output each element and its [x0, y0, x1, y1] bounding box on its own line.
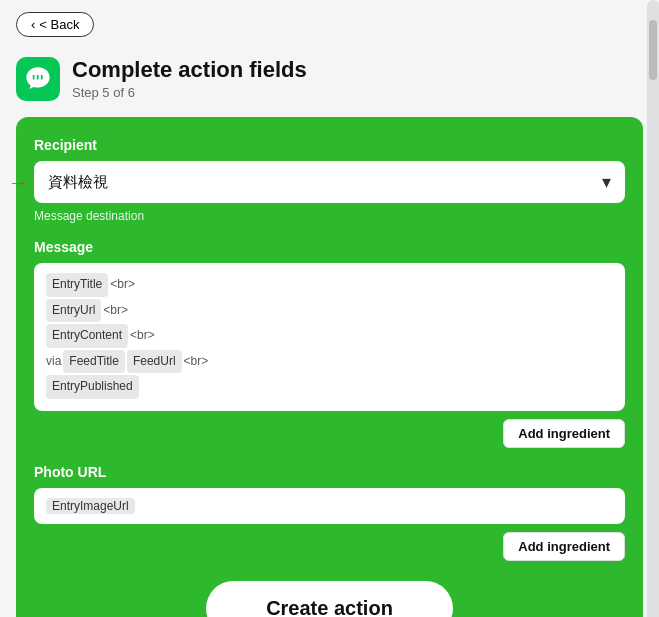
message-row-4: via FeedTitle FeedUrl <br>: [46, 350, 613, 374]
recipient-value: 資料檢視: [48, 173, 108, 192]
message-row-1: EntryTitle <br>: [46, 273, 613, 297]
main-card: Recipient → 資料檢視 ▾ Message destination M…: [16, 117, 643, 617]
back-chevron-icon: ‹: [31, 17, 35, 32]
back-button[interactable]: ‹ < Back: [16, 12, 94, 37]
tag-feed-title: FeedTitle: [63, 350, 125, 374]
line-logo: [16, 57, 60, 101]
recipient-label: Recipient: [34, 137, 625, 153]
line-logo-icon: [24, 65, 52, 93]
tag-entry-content: EntryContent: [46, 324, 128, 348]
header-text: Complete action fields Step 5 of 6: [72, 57, 307, 100]
message-row-5: EntryPublished: [46, 375, 613, 399]
recipient-dropdown[interactable]: 資料檢視 ▾: [34, 161, 625, 203]
message-row-2: EntryUrl <br>: [46, 299, 613, 323]
create-action-button[interactable]: Create action: [206, 581, 453, 617]
tag-entry-url: EntryUrl: [46, 299, 101, 323]
back-label: < Back: [39, 17, 79, 32]
message-label: Message: [34, 239, 625, 255]
add-ingredient-button-2[interactable]: Add ingredient: [503, 532, 625, 561]
recipient-hint: Message destination: [34, 209, 625, 223]
photo-url-box: EntryImageUrl: [34, 488, 625, 524]
arrow-indicator: →: [8, 171, 28, 194]
tag-entry-image-url: EntryImageUrl: [46, 498, 135, 514]
step-label: Step 5 of 6: [72, 85, 307, 100]
tag-entry-title: EntryTitle: [46, 273, 108, 297]
page-title: Complete action fields: [72, 57, 307, 83]
tag-feed-url: FeedUrl: [127, 350, 182, 374]
message-box: EntryTitle <br> EntryUrl <br> EntryConte…: [34, 263, 625, 411]
message-row-3: EntryContent <br>: [46, 324, 613, 348]
scrollbar[interactable]: [647, 0, 659, 617]
scrollbar-thumb: [649, 20, 657, 80]
chevron-down-icon: ▾: [602, 171, 611, 193]
tag-entry-published: EntryPublished: [46, 375, 139, 399]
photo-url-label: Photo URL: [34, 464, 625, 480]
header-section: Complete action fields Step 5 of 6: [0, 49, 659, 117]
add-ingredient-button-1[interactable]: Add ingredient: [503, 419, 625, 448]
